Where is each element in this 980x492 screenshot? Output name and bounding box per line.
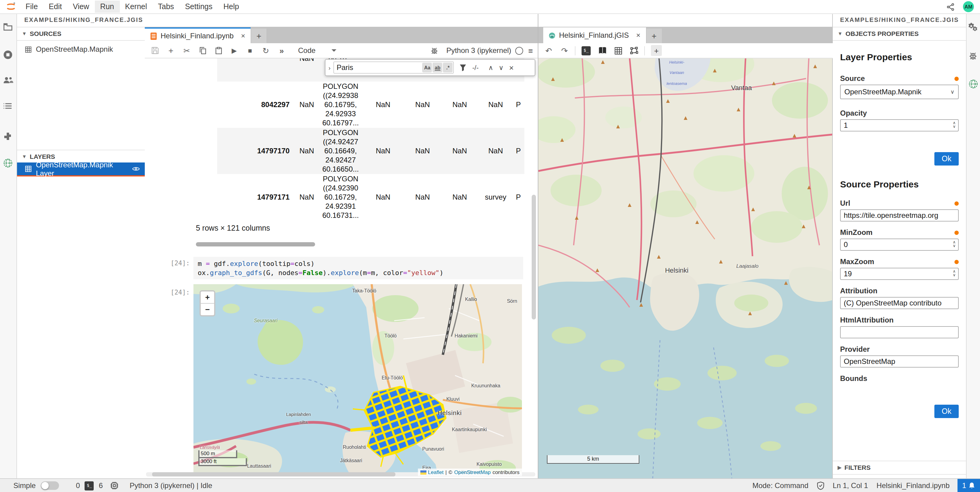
- active-file-label[interactable]: Helsinki_Finland.ipynb: [877, 482, 950, 490]
- running-kernels-icon[interactable]: [3, 50, 13, 60]
- run-icon[interactable]: ▶: [230, 46, 239, 54]
- add-cell-icon[interactable]: +: [167, 46, 175, 56]
- leaflet-map-output[interactable]: Taka-TöölöKallioSörnSeurasaariTöölöHakan…: [193, 284, 522, 476]
- menu-item[interactable]: Tabs: [153, 1, 180, 13]
- kernel-chip-icon[interactable]: [110, 482, 119, 490]
- mode-indicator[interactable]: Mode: Command: [752, 482, 808, 490]
- close-icon[interactable]: ×: [636, 31, 640, 40]
- menu-item[interactable]: Settings: [180, 1, 218, 13]
- simple-mode-toggle[interactable]: [40, 482, 59, 490]
- raster-layer-icon[interactable]: [614, 46, 622, 54]
- undo-icon[interactable]: ↶: [544, 46, 553, 55]
- menu-item[interactable]: Kernel: [119, 1, 153, 13]
- code-cell[interactable]: m = gdf.explore(tooltip=cols) ox.graph_t…: [193, 257, 523, 279]
- tab-notebook[interactable]: Helsinki_Finland.ipynb ×: [145, 27, 251, 43]
- user-avatar[interactable]: AM: [963, 1, 974, 12]
- new-tab-button[interactable]: +: [251, 29, 266, 43]
- maxzoom-input[interactable]: [840, 268, 959, 280]
- menu-item[interactable]: Help: [218, 1, 244, 13]
- jupytergis-icon[interactable]: [3, 158, 13, 169]
- add-layer-icon[interactable]: +: [651, 45, 662, 56]
- debugger-icon[interactable]: [430, 47, 438, 54]
- previous-match-icon[interactable]: ∧: [488, 64, 493, 72]
- notebook-vertical-scrollbar[interactable]: [532, 195, 536, 320]
- kernel-status-text[interactable]: Python 3 (ipykernel) | Idle: [130, 482, 212, 490]
- table-of-contents-icon[interactable]: [3, 102, 13, 113]
- basemap-gallery-icon[interactable]: [598, 47, 606, 54]
- next-match-icon[interactable]: ∨: [499, 64, 504, 72]
- menu-item[interactable]: View: [67, 1, 95, 13]
- restart-kernel-icon[interactable]: ↻: [262, 46, 270, 55]
- close-search-icon[interactable]: ×: [509, 63, 514, 72]
- source-select[interactable]: OpenStreetMap.Mapnik∨: [840, 84, 959, 99]
- whole-word-toggle[interactable]: ab: [433, 63, 442, 72]
- close-icon[interactable]: ×: [241, 32, 245, 40]
- file-browser-icon[interactable]: [3, 22, 13, 32]
- console-icon[interactable]: $_: [582, 46, 591, 55]
- menu-item[interactable]: Run: [95, 1, 119, 13]
- map-place-label: Jätkäsaari: [340, 458, 362, 463]
- peak-marker-icon: [551, 77, 555, 81]
- stepper-icon[interactable]: ∧∨: [953, 121, 956, 128]
- provider-input[interactable]: [840, 355, 959, 368]
- zoom-out-button[interactable]: −: [201, 304, 214, 315]
- regex-toggle[interactable]: .*: [443, 63, 453, 72]
- extensions-icon[interactable]: [3, 131, 13, 142]
- vector-polygon-icon[interactable]: [630, 47, 638, 54]
- debugger-icon[interactable]: [969, 51, 978, 61]
- new-tab-button[interactable]: +: [646, 29, 662, 43]
- stepper-icon[interactable]: ∧∨: [953, 240, 956, 248]
- attribution-input[interactable]: [840, 297, 959, 309]
- gis-map[interactable]: ✈ VantaaHelsinkiLaajasaloHelsinki-Vantaa…: [538, 45, 833, 478]
- run-all-icon[interactable]: »: [277, 46, 286, 55]
- htmlattribution-input[interactable]: [840, 326, 959, 338]
- zoom-in-button[interactable]: +: [201, 291, 214, 304]
- kernel-name[interactable]: Python 3 (ipykernel): [446, 46, 511, 55]
- jupytergis-icon[interactable]: [969, 79, 978, 89]
- stepper-icon[interactable]: ∧∨: [953, 269, 956, 277]
- share-icon[interactable]: [947, 3, 955, 11]
- source-ok-button[interactable]: Ok: [934, 405, 959, 418]
- opacity-input[interactable]: [840, 119, 959, 131]
- stop-icon[interactable]: ■: [246, 47, 254, 54]
- raster-source-icon: [25, 46, 32, 53]
- minzoom-field-label: MinZoom: [840, 228, 959, 237]
- peak-marker-icon: [813, 64, 817, 68]
- table-horizontal-scrollbar[interactable]: [196, 242, 522, 247]
- layer-item-selected[interactable]: OpenStreetMap.Mapnik Layer: [17, 162, 145, 177]
- menu-item[interactable]: File: [20, 1, 43, 13]
- match-case-toggle[interactable]: Aa: [423, 63, 432, 72]
- search-input[interactable]: [334, 63, 418, 72]
- toolbar-menu-icon[interactable]: ≡: [528, 46, 533, 55]
- code-token: explore: [230, 260, 258, 268]
- url-input[interactable]: [840, 209, 959, 221]
- filter-icon[interactable]: [460, 64, 467, 71]
- users-icon[interactable]: [3, 76, 13, 86]
- terminal-icon[interactable]: $_: [85, 481, 94, 490]
- cell-type-select[interactable]: Code: [298, 46, 336, 55]
- search-field[interactable]: Aa ab .*: [334, 62, 454, 74]
- map-place-label: Lapinlahden: [286, 412, 311, 417]
- cursor-position[interactable]: Ln 1, Col 1: [833, 482, 868, 490]
- source-item[interactable]: OpenStreetMap.Mapnik: [17, 43, 145, 56]
- filters-section-header[interactable]: ▶FILTERS: [833, 461, 966, 474]
- redo-icon[interactable]: ↷: [560, 46, 569, 55]
- expand-search-icon[interactable]: ›: [325, 64, 334, 71]
- notifications-badge[interactable]: 1: [958, 479, 980, 492]
- menu-item[interactable]: Edit: [43, 1, 67, 13]
- save-icon[interactable]: [151, 47, 159, 54]
- property-inspector-icon[interactable]: [969, 22, 978, 32]
- tab-gis[interactable]: Helsinki_Finland.jGIS ×: [543, 27, 646, 43]
- leaflet-link[interactable]: Leaflet: [428, 469, 444, 475]
- cut-icon[interactable]: ✂: [183, 46, 191, 55]
- layer-ok-button[interactable]: Ok: [934, 152, 959, 166]
- osm-link[interactable]: OpenStreetMap: [454, 469, 491, 475]
- kernel-status-icon[interactable]: [515, 46, 523, 54]
- objects-properties-header[interactable]: ▼OBJECTS PROPERTIES: [833, 27, 966, 41]
- paste-icon[interactable]: [214, 47, 223, 54]
- copy-icon[interactable]: [198, 47, 207, 54]
- peak-marker-icon: [560, 138, 563, 142]
- eye-icon[interactable]: [132, 166, 140, 172]
- minzoom-input[interactable]: [840, 239, 959, 251]
- sources-section-header[interactable]: ▼SOURCES: [17, 27, 145, 41]
